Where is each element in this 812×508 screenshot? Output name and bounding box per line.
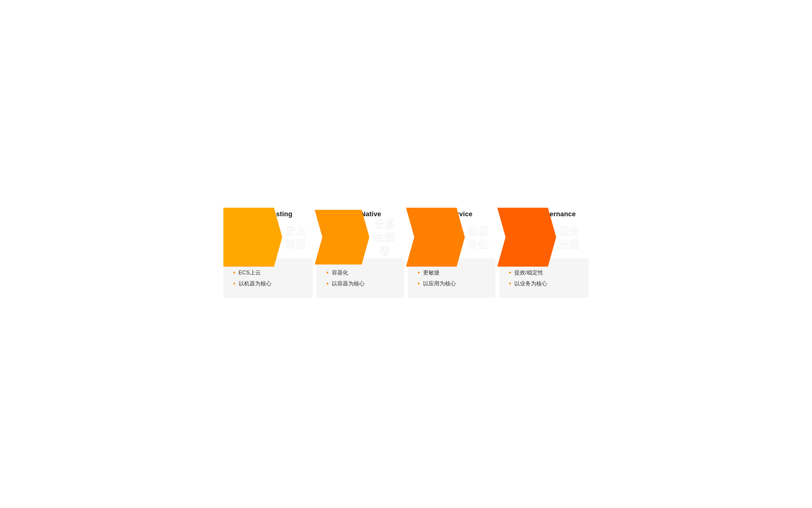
desc-text: 容器化 bbox=[332, 267, 348, 278]
bullet-icon: • bbox=[326, 280, 329, 287]
column-service-governance: Service Governance服务治理•提效/稳定性•以业务为核心 bbox=[497, 210, 589, 298]
desc-item: •以业务为核心 bbox=[509, 278, 581, 289]
arrow-svg-microservice bbox=[406, 208, 465, 266]
arrow-svg-service-governance bbox=[497, 208, 556, 266]
desc-text: 提效/稳定性 bbox=[514, 267, 543, 278]
bullet-icon: • bbox=[418, 269, 420, 276]
arrow-text-cloud-hosting: 云上部署 bbox=[282, 224, 315, 251]
bullet-icon: • bbox=[509, 280, 511, 287]
desc-item: •以机器为核心 bbox=[233, 278, 305, 289]
arrow-text-cloud-native: 云原生部署 bbox=[369, 217, 406, 257]
svg-marker-2 bbox=[406, 208, 465, 266]
bullet-icon: • bbox=[233, 269, 236, 276]
arrow-text-microservice: 微服务化 bbox=[465, 224, 497, 251]
desc-item: •ECS上云 bbox=[233, 267, 305, 278]
column-cloud-native: Cloud Native云原生部署•容器化•以容器为核心 bbox=[315, 210, 406, 298]
svg-marker-0 bbox=[223, 208, 282, 266]
bullet-icon: • bbox=[418, 280, 420, 287]
column-cloud-hosting: Cloud Hosting云上部署•ECS上云•以机器为核心 bbox=[223, 210, 315, 298]
svg-marker-3 bbox=[497, 208, 556, 266]
arrow-text-service-governance: 服务治理 bbox=[556, 224, 589, 251]
bullet-icon: • bbox=[509, 269, 511, 276]
desc-text: 更敏捷 bbox=[423, 267, 439, 278]
diagram-container: Cloud Hosting云上部署•ECS上云•以机器为核心Cloud Nati… bbox=[223, 210, 589, 298]
svg-marker-1 bbox=[315, 210, 369, 264]
bullet-icon: • bbox=[326, 269, 329, 276]
desc-item: •更敏捷 bbox=[418, 267, 488, 278]
arrow-cloud-hosting: 云上部署 bbox=[223, 223, 315, 251]
desc-text: ECS上云 bbox=[239, 267, 261, 278]
arrow-service-governance: 服务治理 bbox=[497, 223, 589, 251]
desc-item: •提效/稳定性 bbox=[509, 267, 581, 278]
desc-text: 以容器为核心 bbox=[332, 278, 365, 289]
desc-text: 以应用为核心 bbox=[423, 278, 456, 289]
arrow-svg-cloud-hosting bbox=[223, 208, 282, 266]
arrow-svg-cloud-native bbox=[315, 210, 369, 264]
desc-item: •容器化 bbox=[326, 267, 397, 278]
arrow-microservice: 微服务化 bbox=[406, 223, 497, 251]
desc-item: •以容器为核心 bbox=[326, 278, 397, 289]
column-microservice: Microservice微服务化•更敏捷•以应用为核心 bbox=[406, 210, 497, 298]
desc-item: •以应用为核心 bbox=[418, 278, 488, 289]
bullet-icon: • bbox=[233, 280, 236, 287]
arrow-cloud-native: 云原生部署 bbox=[315, 223, 406, 251]
desc-text: 以机器为核心 bbox=[239, 278, 272, 289]
columns-row: Cloud Hosting云上部署•ECS上云•以机器为核心Cloud Nati… bbox=[223, 210, 589, 298]
desc-text: 以业务为核心 bbox=[514, 278, 547, 289]
